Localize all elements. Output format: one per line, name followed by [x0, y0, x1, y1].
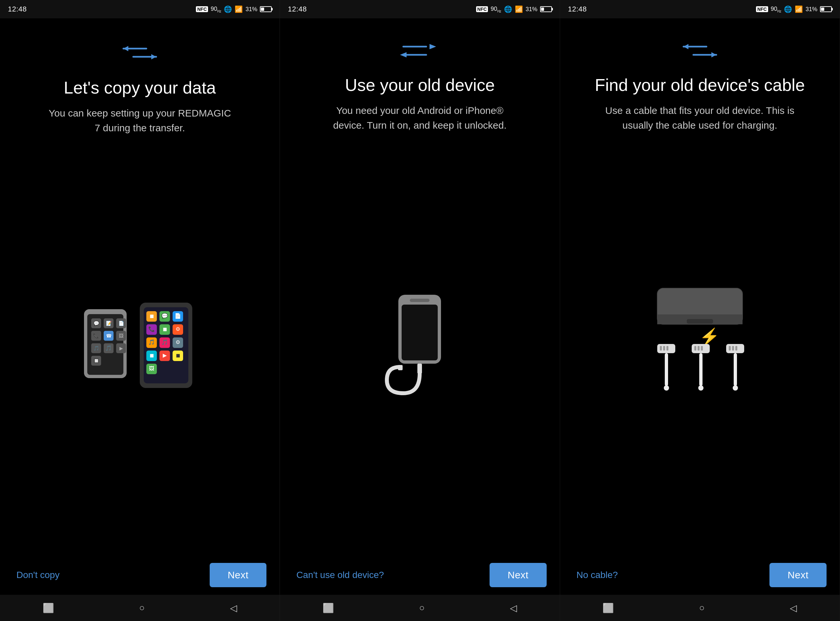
svg-marker-66 — [711, 52, 716, 58]
next-button-3[interactable]: Next — [769, 563, 826, 587]
cables-svg: ⚡ — [631, 285, 769, 403]
wifi-icon-3: 📶 — [795, 5, 803, 13]
screen-bottom-1: Don't copy Next — [0, 555, 280, 595]
svg-text:🔲: 🔲 — [94, 358, 100, 364]
screen-subtitle-2: You need your old Android or iPhone® dev… — [324, 103, 515, 133]
signal-icon-1: 90Hz — [210, 6, 221, 13]
transfer-icon-2 — [400, 41, 439, 65]
status-right-1: NFC 90Hz 🌐 📶 31% — [196, 5, 272, 13]
nav-bar-3: ⬜ ○ ◁ — [560, 595, 840, 621]
svg-rect-89 — [734, 353, 737, 386]
svg-rect-62 — [398, 365, 403, 370]
circle-nav-icon-1[interactable]: ○ — [139, 603, 145, 613]
screen-2: 12:48 NFC 90Hz 🌐 📶 31% Use your old devi… — [280, 0, 560, 621]
cant-use-button[interactable]: Can't use old device? — [293, 566, 387, 583]
status-time-2: 12:48 — [288, 5, 307, 14]
svg-marker-3 — [151, 54, 156, 59]
back-nav-icon-1[interactable]: ◁ — [230, 603, 237, 613]
svg-marker-57 — [400, 52, 407, 58]
globe-icon-2: 🌐 — [504, 5, 512, 13]
status-time-1: 12:48 — [8, 5, 27, 14]
svg-text:⚙: ⚙ — [176, 339, 180, 345]
screen-3: 12:48 NFC 90Hz 🌐 📶 31% Find your old dev… — [560, 0, 840, 621]
svg-text:🖼: 🖼 — [119, 333, 123, 338]
svg-rect-81 — [698, 346, 699, 351]
single-phone-svg — [371, 288, 469, 400]
svg-text:▶: ▶ — [163, 353, 167, 358]
svg-text:⚡: ⚡ — [699, 327, 720, 347]
svg-rect-88 — [735, 346, 737, 351]
screen-content-1: Let's copy your data You can keep settin… — [0, 18, 280, 555]
screen-subtitle-1: You can keep setting up your REDMAGIC 7 … — [45, 106, 235, 135]
signal-icon-2: 90Hz — [490, 6, 501, 13]
screen-bottom-3: No cable? Next — [560, 555, 840, 595]
nav-bar-2: ⬜ ○ ◁ — [280, 595, 560, 621]
screen-title-1: Let's copy your data — [64, 77, 216, 98]
square-nav-icon-2[interactable]: ⬜ — [322, 603, 334, 613]
transfer-icon-3 — [680, 41, 720, 65]
screen-content-3: Find your old device's cable Use a cable… — [560, 18, 840, 555]
screen-content-2: Use your old device You need your old An… — [280, 18, 560, 555]
illustration-1: 💬 📝 📄 📞 ☎ 🖼 🎵 🎵 ▶ 🔲 — [13, 135, 266, 555]
back-nav-icon-3[interactable]: ◁ — [790, 603, 797, 613]
svg-text:🎵: 🎵 — [148, 339, 155, 345]
svg-text:📄: 📄 — [174, 313, 181, 319]
circle-nav-icon-3[interactable]: ○ — [699, 603, 705, 613]
svg-text:📞: 📞 — [148, 326, 155, 332]
svg-rect-60 — [402, 304, 438, 360]
wifi-icon-1: 📶 — [235, 5, 243, 13]
transfer-icon-1 — [120, 41, 159, 68]
next-button-1[interactable]: Next — [210, 563, 267, 587]
svg-rect-80 — [694, 346, 696, 351]
svg-point-84 — [698, 385, 704, 391]
svg-rect-82 — [701, 346, 703, 351]
svg-rect-86 — [729, 346, 731, 351]
svg-marker-64 — [684, 44, 689, 49]
globe-icon-1: 🌐 — [224, 5, 232, 13]
status-right-3: NFC 90Hz 🌐 📶 31% — [756, 5, 832, 13]
svg-text:▶: ▶ — [120, 345, 123, 351]
next-button-2[interactable]: Next — [490, 563, 546, 587]
svg-text:📝: 📝 — [106, 321, 112, 326]
signal-icon-3: 90Hz — [771, 6, 781, 13]
screen-1: 12:48 NFC 90Hz 🌐 📶 31% Let's copy your d… — [0, 0, 280, 621]
svg-marker-55 — [430, 44, 436, 49]
svg-rect-76 — [666, 346, 668, 351]
svg-rect-75 — [663, 346, 665, 351]
screen-title-2: Use your old device — [345, 75, 495, 95]
dont-copy-button[interactable]: Don't copy — [13, 566, 63, 583]
svg-text:⚙: ⚙ — [176, 326, 180, 332]
svg-text:◼: ◼ — [163, 326, 167, 332]
svg-rect-83 — [699, 353, 702, 386]
status-bar-3: 12:48 NFC 90Hz 🌐 📶 31% — [560, 0, 840, 18]
svg-point-90 — [733, 385, 738, 391]
battery-text-2: 31% — [526, 6, 537, 13]
nfc-badge-3: NFC — [756, 6, 768, 12]
svg-rect-59 — [410, 299, 430, 302]
svg-rect-71 — [687, 319, 713, 324]
svg-text:🎵: 🎵 — [94, 345, 100, 351]
screen-bottom-2: Can't use old device? Next — [280, 555, 560, 595]
svg-rect-87 — [732, 346, 734, 351]
svg-text:🖼: 🖼 — [149, 366, 154, 371]
illustration-2 — [293, 133, 546, 555]
status-time-3: 12:48 — [568, 5, 587, 14]
square-nav-icon-1[interactable]: ⬜ — [42, 603, 54, 613]
no-cable-button[interactable]: No cable? — [573, 566, 621, 583]
back-nav-icon-2[interactable]: ◁ — [510, 603, 517, 613]
svg-text:◼: ◼ — [150, 353, 154, 358]
svg-text:🎵: 🎵 — [162, 339, 168, 345]
square-nav-icon-3[interactable]: ⬜ — [602, 603, 614, 613]
svg-text:📄: 📄 — [118, 321, 124, 326]
svg-text:🎵: 🎵 — [105, 345, 112, 351]
status-right-2: NFC 90Hz 🌐 📶 31% — [476, 5, 552, 13]
svg-text:◼: ◼ — [150, 313, 154, 319]
svg-rect-77 — [665, 353, 668, 386]
status-bar-1: 12:48 NFC 90Hz 🌐 📶 31% — [0, 0, 280, 18]
screen-subtitle-3: Use a cable that fits your old device. T… — [605, 103, 795, 133]
nfc-badge-1: NFC — [196, 6, 208, 12]
globe-icon-3: 🌐 — [784, 5, 792, 13]
svg-text:📞: 📞 — [93, 333, 100, 339]
battery-icon-1 — [260, 6, 272, 12]
circle-nav-icon-2[interactable]: ○ — [419, 603, 425, 613]
